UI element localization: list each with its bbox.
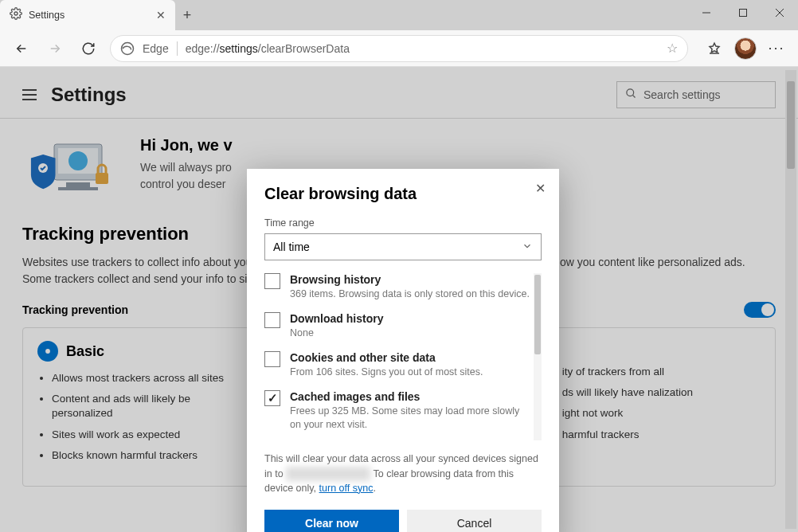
favorite-star-icon[interactable]: ☆ — [667, 41, 678, 56]
profile-avatar[interactable] — [734, 37, 757, 60]
minimize-button[interactable] — [688, 0, 725, 25]
time-range-select[interactable]: All time — [264, 233, 542, 260]
clear-browsing-data-dialog: ✕ Clear browsing data Time range All tim… — [247, 169, 559, 532]
new-tab-button[interactable]: + — [175, 0, 199, 30]
window-titlebar: Settings ✕ + — [0, 0, 798, 30]
item-title: Browsing history — [290, 273, 530, 286]
item-title: Cached images and files — [290, 390, 532, 403]
refresh-button[interactable] — [73, 33, 104, 64]
checkbox-row-browsing-history[interactable]: Browsing history 369 items. Browsing dat… — [264, 273, 532, 301]
turn-off-sync-link[interactable]: turn off sync — [319, 483, 374, 494]
checkbox[interactable] — [264, 273, 280, 289]
checkbox[interactable] — [264, 390, 280, 406]
edge-logo-icon — [120, 41, 135, 56]
item-title: Download history — [290, 312, 383, 325]
item-subtitle: From 106 sites. Signs you out of most si… — [290, 366, 483, 379]
checkbox[interactable] — [264, 351, 280, 367]
browser-tab[interactable]: Settings ✕ — [0, 0, 175, 30]
dialog-close-button[interactable]: ✕ — [532, 180, 548, 196]
clear-now-button[interactable]: Clear now — [264, 510, 399, 532]
browser-toolbar: Edge edge://settings/clearBrowserData ☆ … — [0, 30, 798, 67]
close-window-button[interactable] — [761, 0, 798, 25]
gear-icon — [10, 7, 22, 23]
sync-note: This will clear your data across all you… — [264, 452, 542, 495]
window-controls — [688, 0, 798, 25]
checkbox-row-cached[interactable]: Cached images and files Frees up 325 MB.… — [264, 390, 532, 432]
content-area: Settings Search settings — [0, 67, 798, 532]
url-display: edge://settings/clearBrowserData — [186, 42, 350, 55]
maximize-button[interactable] — [725, 0, 761, 25]
item-subtitle: None — [290, 327, 383, 340]
data-type-list: Browsing history 369 items. Browsing dat… — [264, 273, 542, 442]
forward-button[interactable] — [40, 33, 70, 64]
favorites-button[interactable] — [699, 33, 730, 64]
item-subtitle: Frees up 325 MB. Some sites may load mor… — [290, 405, 532, 432]
checkbox-row-cookies[interactable]: Cookies and other site data From 106 sit… — [264, 351, 532, 379]
svg-rect-2 — [740, 10, 747, 17]
edge-label: Edge — [143, 42, 169, 55]
tab-title: Settings — [29, 10, 148, 21]
item-title: Cookies and other site data — [290, 351, 483, 364]
more-menu-button[interactable]: ··· — [761, 33, 792, 64]
time-range-value: All time — [273, 241, 310, 253]
tab-close-button[interactable]: ✕ — [155, 9, 167, 22]
back-button[interactable] — [6, 33, 37, 64]
svg-point-0 — [14, 12, 18, 15]
checkbox-row-download-history[interactable]: Download history None — [264, 312, 532, 340]
checkbox[interactable] — [264, 312, 280, 328]
chevron-down-icon — [522, 241, 533, 254]
address-bar[interactable]: Edge edge://settings/clearBrowserData ☆ — [110, 35, 688, 62]
separator — [177, 41, 178, 56]
list-scrollbar-thumb[interactable] — [534, 275, 541, 354]
list-scrollbar[interactable] — [534, 273, 542, 440]
dialog-title: Clear browsing data — [264, 185, 542, 203]
item-subtitle: 369 items. Browsing data is only stored … — [290, 288, 530, 301]
cancel-button[interactable]: Cancel — [407, 510, 542, 532]
time-range-label: Time range — [264, 217, 542, 229]
